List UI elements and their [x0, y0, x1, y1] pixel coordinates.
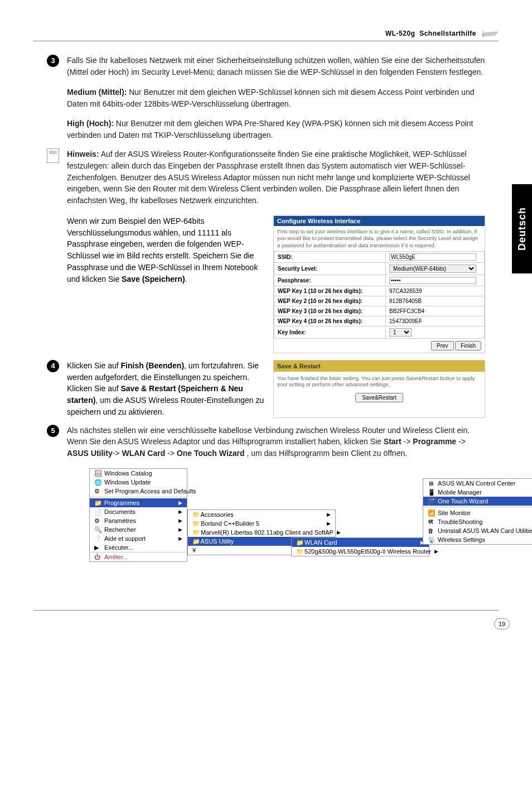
start-menu-column0: 🪟Windows Catalog 🌐Windows Update ⚙Set Pr… — [89, 468, 187, 562]
start-menu-column2: 📁 WLAN Card▶ 📁 520g&500g-WL550gEt500g-II… — [291, 537, 429, 556]
keyindex-select[interactable]: 1 — [389, 328, 412, 337]
search-icon: 🔍 — [94, 526, 101, 533]
wireless-icon: 📡 — [428, 536, 434, 543]
wizard-icon: 🪄 — [428, 498, 434, 504]
menu-item[interactable]: 📱Mobile Manager — [423, 488, 532, 497]
folder-icon: 📁 — [192, 529, 199, 536]
router-icon — [481, 30, 499, 40]
prev-button[interactable]: Prev — [431, 341, 454, 350]
app-icon: 🖥 — [428, 480, 434, 487]
folder-icon: 📁 — [192, 538, 199, 545]
folder-icon: 📁 — [296, 539, 303, 546]
run-icon: ▶ — [94, 544, 101, 551]
high-paragraph: High (Hoch): Nur Benutzer mit dem gleich… — [67, 118, 485, 141]
wep-example-text: Wenn wir zum Beispiel den WEP-64bits Ver… — [67, 215, 265, 285]
language-tab: Deutsch — [512, 184, 532, 273]
menu-item[interactable]: 🪟Windows Catalog — [90, 469, 187, 478]
menu-item[interactable]: 📡Wireless Settings — [423, 535, 532, 544]
finish-button[interactable]: Finish — [455, 341, 481, 350]
menu-item[interactable]: 📶Site Monitor — [423, 508, 532, 517]
menu-item[interactable]: 📁 Borland C++Builder 5▶ — [188, 519, 335, 528]
start-menu-screenshot: 🪟Windows Catalog 🌐Windows Update ⚙Set Pr… — [89, 468, 485, 588]
step-5-number: 5 — [47, 425, 59, 437]
menu-item[interactable]: 📁 Accessories▶ — [188, 510, 335, 519]
ssid-input[interactable] — [389, 253, 476, 261]
menu-item[interactable]: 📁 Marvell(R) Libertas 802.11abg Client a… — [188, 528, 335, 537]
security-select[interactable]: Medium(WEP-64bits) — [389, 265, 476, 273]
start-menu-column3: 🖥ASUS WLAN Control Center 📱Mobile Manage… — [423, 478, 532, 545]
flag-icon: 🪟 — [94, 470, 101, 477]
menu-item[interactable]: 🔍Rechercher▶ — [90, 525, 187, 534]
menu-item-wlan-card[interactable]: 📁 WLAN Card▶ — [292, 538, 429, 547]
settings-icon: ⚙ — [94, 517, 101, 524]
step-4-number: 4 — [47, 360, 59, 372]
menu-item[interactable]: ❔Aide et support▶ — [90, 534, 187, 543]
mobile-icon: 📱 — [428, 489, 434, 496]
folder-icon: 📁 — [296, 548, 303, 555]
document-icon: 📄 — [94, 508, 101, 515]
note-block: Hinweis: Auf der ASUS Wireless Router-Ko… — [47, 148, 485, 206]
step-4-text: Klicken Sie auf Finish (Beenden), um for… — [67, 360, 265, 418]
menu-item[interactable]: 🗑Uninstall ASUS WLAN Card Utilities — [423, 526, 532, 535]
trouble-icon: 🛠 — [428, 518, 434, 525]
medium-paragraph: Medium (Mittel): Nur Benutzer mit dem gl… — [67, 87, 485, 109]
save-restart-text: You have finished the basic setting. You… — [274, 372, 485, 391]
step-5-text: Als nächstes stellen wir eine verschlüss… — [67, 425, 485, 459]
folder-icon: 📁 — [192, 511, 199, 518]
step-3-text: Falls Sie Ihr kabelloses Netzwerk mit ei… — [67, 55, 485, 78]
configure-table: SSID: Security Level:Medium(WEP-64bits) … — [274, 251, 485, 339]
configure-panel-title: Configure Wireless Interface — [274, 216, 485, 226]
folder-icon: 📁 — [192, 520, 199, 527]
step-5: 5 Als nächstes stellen wir eine verschlü… — [47, 425, 485, 459]
step-3: 3 Falls Sie Ihr kabelloses Netzwerk mit … — [47, 55, 485, 78]
menu-item[interactable]: 🌐Windows Update — [90, 478, 187, 487]
menu-item-shutdown[interactable]: ⏻Arrêter... — [90, 552, 187, 561]
step-3-number: 3 — [47, 55, 59, 67]
uninstall-icon: 🗑 — [428, 527, 434, 534]
header: WL-520g Schnellstarthilfe — [33, 26, 499, 41]
note-text: Hinweis: Auf der ASUS Wireless Router-Ko… — [67, 148, 485, 206]
globe-icon: 🌐 — [94, 479, 101, 486]
save-restart-button[interactable]: Save&Restart — [355, 393, 403, 402]
menu-item-programmes[interactable]: 📁Programmes▶ — [90, 498, 187, 507]
menu-item-one-touch[interactable]: 🪄One Touch Wizard — [423, 497, 532, 506]
help-icon: ❔ — [94, 535, 101, 542]
footer-rule — [33, 610, 499, 611]
power-icon: ⏻ — [94, 554, 101, 560]
access-icon: ⚙ — [94, 488, 101, 494]
configure-panel: Configure Wireless Interface First step … — [273, 215, 485, 353]
page-number: 19 — [494, 618, 510, 630]
menu-item[interactable]: 📄Documents▶ — [90, 507, 187, 516]
menu-item[interactable]: ▶Exécuter... — [90, 543, 187, 552]
monitor-icon: 📶 — [428, 510, 434, 516]
notepad-icon — [47, 148, 59, 163]
menu-item[interactable]: 🛠TroubleShooting — [423, 517, 532, 526]
menu-item[interactable]: ⚙Set Program Access and Defaults — [90, 487, 187, 496]
save-restart-panel: Save & Restart You have finished the bas… — [273, 360, 485, 418]
menu-item[interactable]: 🖥ASUS WLAN Control Center — [423, 479, 532, 488]
menu-item[interactable]: 📁 520g&500g-WL550gEt500g-II Wireless Rou… — [292, 547, 429, 556]
passphrase-input[interactable] — [389, 277, 476, 284]
save-restart-title: Save & Restart — [274, 361, 485, 372]
menu-item[interactable]: ⚙Paramètres▶ — [90, 516, 187, 525]
header-title: WL-520g Schnellstarthilfe — [385, 30, 476, 37]
folder-icon: 📁 — [94, 499, 101, 506]
configure-panel-desc: First step to set your wireless interfac… — [274, 226, 485, 251]
